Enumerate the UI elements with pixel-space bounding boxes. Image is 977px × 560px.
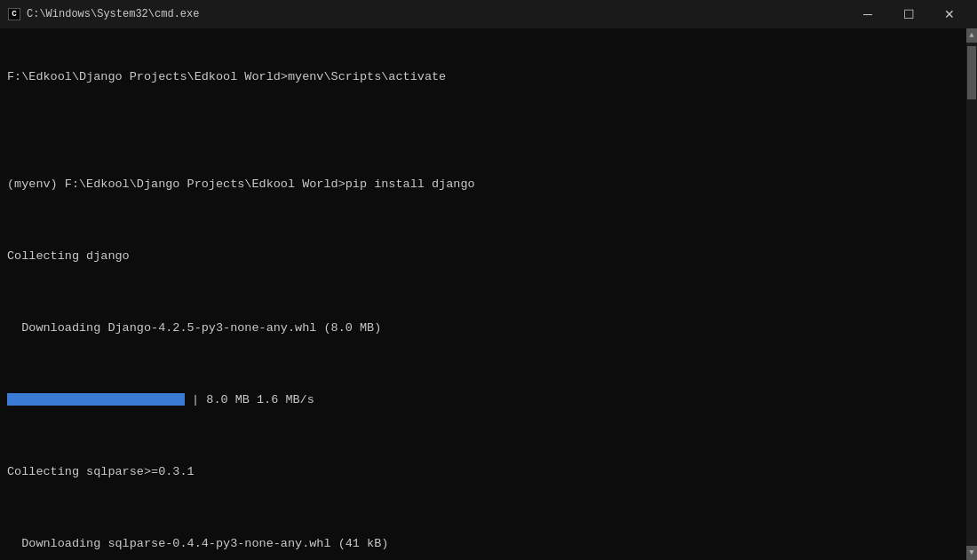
scrollbar-up-arrow[interactable]: ▲ (966, 28, 977, 43)
scrollbar-track[interactable] (966, 43, 977, 546)
terminal-line-1: F:\Edkool\Django Projects\Edkool World>m… (7, 68, 959, 86)
cmd-window: C C:\Windows\System32\cmd.exe ─ ☐ ✕ F:\E… (0, 0, 977, 560)
cmd-logo: C (8, 8, 20, 20)
maximize-button[interactable]: ☐ (888, 0, 929, 28)
terminal-line-7: Collecting sqlparse>=0.3.1 (7, 463, 959, 481)
content-area: F:\Edkool\Django Projects\Edkool World>m… (0, 28, 977, 560)
window-controls: ─ ☐ ✕ (847, 0, 970, 28)
cmd-icon: C (7, 7, 21, 21)
terminal-progress-1: | 8.0 MB 1.6 MB/s (7, 391, 959, 409)
terminal-line-3: (myenv) F:\Edkool\Django Projects\Edkool… (7, 176, 959, 193)
terminal-output[interactable]: F:\Edkool\Django Projects\Edkool World>m… (0, 28, 966, 560)
close-button[interactable]: ✕ (929, 0, 970, 28)
scrollbar[interactable]: ▲ ▼ (966, 28, 977, 560)
scrollbar-down-arrow[interactable]: ▼ (966, 546, 977, 560)
terminal-line-5: Downloading Django-4.2.5-py3-none-any.wh… (7, 319, 959, 337)
terminal-line-4: Collecting django (7, 248, 959, 265)
terminal-line-8: Downloading sqlparse-0.4.4-py3-none-any.… (7, 535, 959, 553)
title-bar-left: C C:\Windows\System32\cmd.exe (7, 7, 199, 21)
minimize-button[interactable]: ─ (847, 0, 888, 28)
window-title: C:\Windows\System32\cmd.exe (27, 8, 199, 20)
title-bar: C C:\Windows\System32\cmd.exe ─ ☐ ✕ (0, 0, 977, 28)
scrollbar-handle[interactable] (967, 46, 976, 99)
